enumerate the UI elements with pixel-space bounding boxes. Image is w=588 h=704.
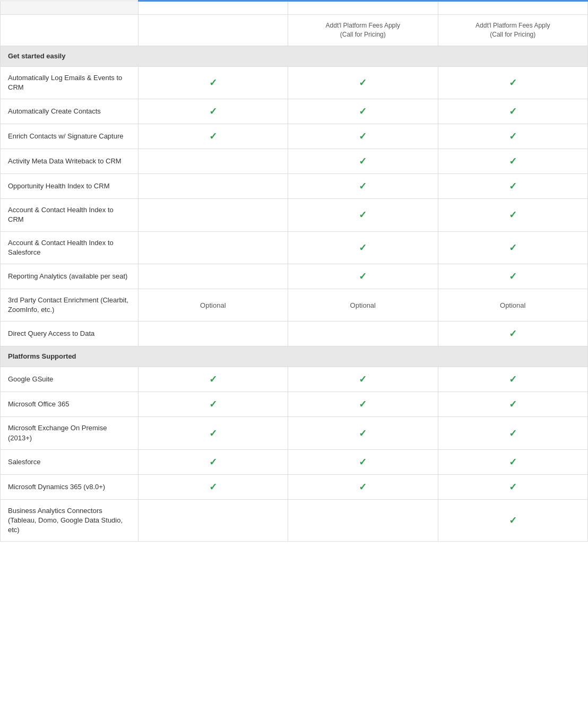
activity-capture-cell: ✓ <box>138 474 288 499</box>
table-row: Direct Query Access to Data ✓ <box>1 321 588 346</box>
check-icon: ✓ <box>509 482 517 492</box>
check-icon: ✓ <box>209 77 217 88</box>
revenue-api-cell: ✓ <box>438 499 588 542</box>
check-icon: ✓ <box>509 271 517 282</box>
revenue-api-cell: ✓ <box>438 231 588 264</box>
activity-capture-cell: ✓ <box>138 367 288 392</box>
check-icon: ✓ <box>359 77 367 88</box>
revenue-insights-cell: ✓ <box>288 99 438 124</box>
feature-name: Microsoft Exchange On Premise (2013+) <box>1 417 139 449</box>
table-row: Microsoft Exchange On Premise (2013+) ✓ … <box>1 417 588 449</box>
activity-capture-cell: ✓ <box>138 99 288 124</box>
feature-name: Automatically Log Emails & Events to CRM <box>1 66 139 99</box>
check-icon: ✓ <box>359 457 367 467</box>
feature-name: Account & Contact Health Index to Salesf… <box>1 231 139 264</box>
table-row: Automatically Log Emails & Events to CRM… <box>1 66 588 99</box>
feature-name: Business Analytics Connectors (Tableau, … <box>1 499 139 542</box>
revenue-insights-cell: ✓ <box>288 449 438 474</box>
revenue-api-price: Addt'l Platform Fees Apply(Call for Pric… <box>438 15 588 46</box>
check-icon: ✓ <box>359 242 367 253</box>
section-header-label: Platforms Supported <box>1 346 588 367</box>
table-row: Automatically Create Contacts ✓ ✓ ✓ <box>1 99 588 124</box>
revenue-insights-cell: ✓ <box>288 149 438 174</box>
check-icon: ✓ <box>509 242 517 253</box>
revenue-api-cell: ✓ <box>438 417 588 449</box>
check-icon: ✓ <box>359 428 367 439</box>
table-row: Microsoft Dynamics 365 (v8.0+) ✓ ✓ ✓ <box>1 474 588 499</box>
revenue-api-cell: ✓ <box>438 392 588 417</box>
table-row: 3rd Party Contact Enrichment (Clearbit, … <box>1 289 588 321</box>
price-label <box>1 15 139 46</box>
check-icon: ✓ <box>359 131 367 142</box>
revenue-api-cell: ✓ <box>438 474 588 499</box>
activity-capture-cell <box>138 149 288 174</box>
check-icon: ✓ <box>209 482 217 492</box>
activity-capture-cell <box>138 231 288 264</box>
feature-name: Opportunity Health Index to CRM <box>1 174 139 199</box>
check-icon: ✓ <box>209 457 217 467</box>
section-header-row: Get started easily <box>1 46 588 66</box>
revenue-api-cell: ✓ <box>438 367 588 392</box>
feature-name: Reporting Analytics (available per seat) <box>1 264 139 289</box>
revenue-insights-cell: ✓ <box>288 231 438 264</box>
feature-name: 3rd Party Contact Enrichment (Clearbit, … <box>1 289 139 321</box>
feature-column-header <box>1 1 139 15</box>
table-row: Salesforce ✓ ✓ ✓ <box>1 449 588 474</box>
check-icon: ✓ <box>209 374 217 385</box>
optional-text: Optional <box>500 301 525 309</box>
revenue-api-cell: ✓ <box>438 66 588 99</box>
table-row: Reporting Analytics (available per seat)… <box>1 264 588 289</box>
revenue-api-header <box>438 1 588 15</box>
table-row: Account & Contact Health Index to Salesf… <box>1 231 588 264</box>
revenue-api-cell: ✓ <box>438 321 588 346</box>
revenue-insights-cell: ✓ <box>288 392 438 417</box>
revenue-api-cell: ✓ <box>438 449 588 474</box>
activity-capture-cell: ✓ <box>138 124 288 149</box>
activity-capture-header <box>138 1 288 15</box>
revenue-insights-cell: ✓ <box>288 66 438 99</box>
feature-name: Enrich Contacts w/ Signature Capture <box>1 124 139 149</box>
revenue-api-cell: ✓ <box>438 149 588 174</box>
check-icon: ✓ <box>509 515 517 526</box>
revenue-insights-cell: ✓ <box>288 264 438 289</box>
revenue-insights-cell: ✓ <box>288 474 438 499</box>
pricing-comparison-table: Addt'l Platform Fees Apply(Call for Pric… <box>0 0 588 542</box>
revenue-insights-cell: ✓ <box>288 174 438 199</box>
check-icon: ✓ <box>509 328 517 339</box>
check-icon: ✓ <box>359 210 367 220</box>
section-header-label: Get started easily <box>1 46 588 66</box>
check-icon: ✓ <box>509 374 517 385</box>
activity-capture-cell <box>138 199 288 231</box>
revenue-api-cell: ✓ <box>438 199 588 231</box>
optional-text: Optional <box>350 301 376 309</box>
revenue-insights-cell <box>288 321 438 346</box>
activity-capture-cell: ✓ <box>138 417 288 449</box>
activity-capture-cell: Optional <box>138 289 288 321</box>
revenue-api-cell: ✓ <box>438 264 588 289</box>
price-row: Addt'l Platform Fees Apply(Call for Pric… <box>1 15 588 46</box>
revenue-insights-cell <box>288 499 438 542</box>
activity-capture-cell <box>138 264 288 289</box>
table-row: Business Analytics Connectors (Tableau, … <box>1 499 588 542</box>
activity-capture-cell: ✓ <box>138 392 288 417</box>
check-icon: ✓ <box>209 399 217 410</box>
feature-name: Salesforce <box>1 449 139 474</box>
revenue-insights-cell: ✓ <box>288 367 438 392</box>
check-icon: ✓ <box>509 399 517 410</box>
revenue-insights-price: Addt'l Platform Fees Apply(Call for Pric… <box>288 15 438 46</box>
revenue-insights-cell: Optional <box>288 289 438 321</box>
check-icon: ✓ <box>359 106 367 117</box>
check-icon: ✓ <box>359 374 367 385</box>
optional-text: Optional <box>200 301 226 309</box>
check-icon: ✓ <box>359 399 367 410</box>
revenue-api-cell: ✓ <box>438 99 588 124</box>
feature-name: Microsoft Dynamics 365 (v8.0+) <box>1 474 139 499</box>
table-row: Opportunity Health Index to CRM ✓ ✓ <box>1 174 588 199</box>
check-icon: ✓ <box>509 210 517 220</box>
revenue-api-cell: Optional <box>438 289 588 321</box>
feature-name: Microsoft Office 365 <box>1 392 139 417</box>
table-row: Microsoft Office 365 ✓ ✓ ✓ <box>1 392 588 417</box>
activity-capture-cell <box>138 321 288 346</box>
revenue-insights-cell: ✓ <box>288 417 438 449</box>
check-icon: ✓ <box>509 77 517 88</box>
